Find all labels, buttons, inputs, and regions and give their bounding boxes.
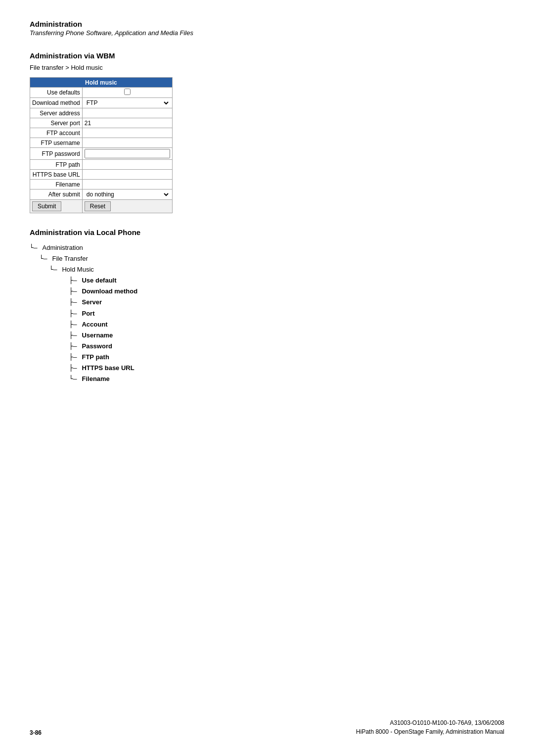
submit-button[interactable]: Submit bbox=[32, 201, 61, 211]
table-row: Server address bbox=[30, 108, 173, 118]
row-label-ftp-account: FTP account bbox=[30, 128, 83, 138]
table-row: Download method FTP HTTPS bbox=[30, 98, 173, 108]
row-value-ftp-password[interactable] bbox=[82, 148, 172, 160]
row-label-ftp-username: FTP username bbox=[30, 138, 83, 148]
row-label-server-address: Server address bbox=[30, 108, 83, 118]
table-row: Server port bbox=[30, 118, 173, 128]
doc-ref: A31003-O1010-M100-10-76A9, 13/06/2008 bbox=[356, 718, 504, 727]
footer-right: A31003-O1010-M100-10-76A9, 13/06/2008 Hi… bbox=[356, 718, 504, 736]
download-method-select[interactable]: FTP HTTPS bbox=[85, 99, 170, 107]
submit-row: Submit Reset bbox=[30, 200, 173, 213]
local-phone-section: Administration via Local Phone └— Admini… bbox=[30, 228, 504, 384]
tree-label: Account bbox=[82, 319, 107, 330]
list-item: └— Administration bbox=[30, 242, 504, 253]
list-item: ├— Use default bbox=[69, 275, 504, 286]
doc-title: HiPath 8000 - OpenStage Family, Administ… bbox=[356, 727, 504, 736]
tree-label: Username bbox=[82, 330, 113, 341]
table-row: FTP username bbox=[30, 138, 173, 148]
wbm-section-title: Administration via WBM bbox=[30, 51, 504, 60]
breadcrumb: File transfer > Hold music bbox=[30, 64, 504, 71]
list-item: ├— Server bbox=[69, 297, 504, 308]
after-submit-select[interactable]: do nothing restart bbox=[85, 190, 170, 198]
tree-connector: └— bbox=[69, 374, 81, 384]
tree-label: Use default bbox=[82, 275, 116, 286]
row-label-filename: Filename bbox=[30, 180, 83, 189]
row-value-ftp-path[interactable] bbox=[82, 160, 172, 170]
row-label-use-defaults: Use defaults bbox=[30, 88, 83, 98]
wbm-section: Administration via WBM File transfer > H… bbox=[30, 51, 504, 213]
tree-label: File Transfer bbox=[52, 253, 88, 264]
tree-label: FTP path bbox=[82, 352, 109, 363]
page-title: Administration bbox=[30, 20, 504, 28]
row-value-server-address[interactable] bbox=[82, 108, 172, 118]
server-port-input[interactable] bbox=[85, 120, 170, 127]
list-item: ├— Password bbox=[69, 341, 504, 352]
tree-connector: ├— bbox=[69, 363, 81, 374]
row-value-download-method[interactable]: FTP HTTPS bbox=[82, 98, 172, 108]
row-value-https-base-url[interactable] bbox=[82, 170, 172, 180]
tree-label: Filename bbox=[82, 374, 109, 384]
use-defaults-checkbox[interactable] bbox=[124, 89, 131, 95]
page-number: 3-86 bbox=[30, 729, 42, 736]
list-item: └— File Transfer bbox=[40, 253, 504, 264]
tree-connector: ├— bbox=[69, 308, 81, 319]
tree-label: Port bbox=[82, 308, 94, 319]
table-row: Filename bbox=[30, 180, 173, 189]
row-value-filename[interactable] bbox=[82, 180, 172, 189]
row-label-server-port: Server port bbox=[30, 118, 83, 128]
tree-connector: ├— bbox=[69, 330, 81, 341]
tree-connector: └— bbox=[40, 253, 51, 264]
tree-label: Password bbox=[82, 341, 112, 352]
page-header: Administration Transferring Phone Softwa… bbox=[30, 20, 504, 37]
tree-label: HTTPS base URL bbox=[82, 363, 134, 374]
tree-connector: └— bbox=[49, 264, 61, 275]
tree-connector: ├— bbox=[69, 352, 81, 363]
list-item: ├— Port bbox=[69, 308, 504, 319]
ftp-password-input[interactable] bbox=[85, 149, 170, 158]
ftp-path-input[interactable] bbox=[85, 161, 170, 168]
https-base-url-input[interactable] bbox=[85, 171, 170, 178]
table-row: FTP password bbox=[30, 148, 173, 160]
tree-connector: ├— bbox=[69, 319, 81, 330]
page-subtitle: Transferring Phone Software, Application… bbox=[30, 29, 504, 37]
row-label-ftp-path: FTP path bbox=[30, 160, 83, 170]
tree-label: Server bbox=[82, 297, 101, 308]
list-item: ├— HTTPS base URL bbox=[69, 363, 504, 374]
table-row: Use defaults bbox=[30, 88, 173, 98]
submit-cell[interactable]: Submit bbox=[30, 200, 83, 213]
table-row: After submit do nothing restart bbox=[30, 189, 173, 200]
list-item: ├— Download method bbox=[69, 286, 504, 297]
table-row: FTP account bbox=[30, 128, 173, 138]
row-label-ftp-password: FTP password bbox=[30, 148, 83, 160]
list-item: └— Hold Music bbox=[49, 264, 504, 275]
ftp-account-input[interactable] bbox=[85, 130, 170, 137]
row-value-server-port[interactable] bbox=[82, 118, 172, 128]
row-label-download-method: Download method bbox=[30, 98, 83, 108]
list-item: ├— FTP path bbox=[69, 352, 504, 363]
row-value-use-defaults[interactable] bbox=[82, 88, 172, 98]
row-value-ftp-account[interactable] bbox=[82, 128, 172, 138]
table-row: FTP path bbox=[30, 160, 173, 170]
tree-label: Download method bbox=[82, 286, 137, 297]
table-header: Hold music bbox=[30, 78, 173, 88]
row-value-after-submit[interactable]: do nothing restart bbox=[82, 189, 172, 200]
reset-cell[interactable]: Reset bbox=[82, 200, 172, 213]
local-phone-title: Administration via Local Phone bbox=[30, 228, 504, 236]
row-value-ftp-username[interactable] bbox=[82, 138, 172, 148]
server-address-input[interactable] bbox=[85, 110, 170, 117]
table-row: HTTPS base URL bbox=[30, 170, 173, 180]
list-item: ├— Username bbox=[69, 330, 504, 341]
tree-container: └— Administration └— File Transfer └— Ho… bbox=[30, 242, 504, 384]
tree-label: Administration bbox=[42, 242, 83, 253]
hold-music-table: Hold music Use defaults Download method … bbox=[30, 77, 173, 213]
row-label-https-base-url: HTTPS base URL bbox=[30, 170, 83, 180]
tree-connector: ├— bbox=[69, 341, 81, 352]
filename-input[interactable] bbox=[85, 181, 170, 188]
tree-connector: ├— bbox=[69, 297, 81, 308]
list-item: └— Filename bbox=[69, 374, 504, 384]
row-label-after-submit: After submit bbox=[30, 189, 83, 200]
reset-button[interactable]: Reset bbox=[85, 201, 111, 211]
tree-connector: ├— bbox=[69, 275, 81, 286]
ftp-username-input[interactable] bbox=[85, 140, 170, 146]
tree-connector: ├— bbox=[69, 286, 81, 297]
